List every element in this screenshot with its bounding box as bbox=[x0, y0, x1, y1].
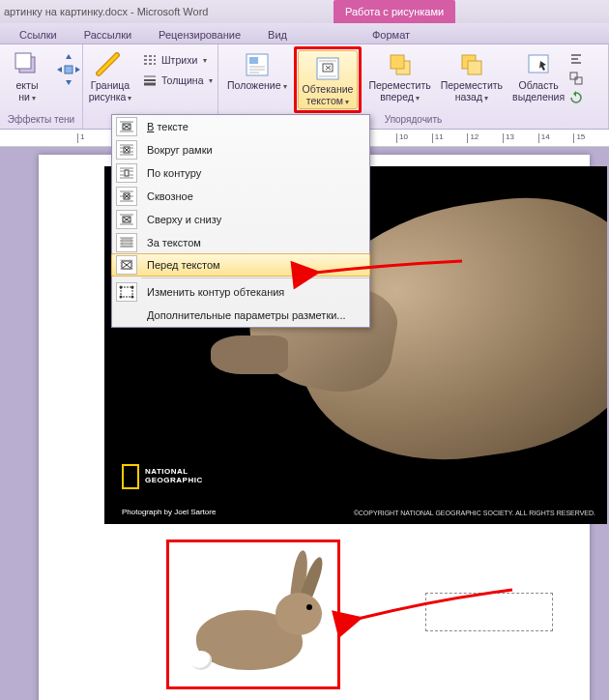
text-wrapping-menu: В В текстетексте Вокруг рамки По контуру… bbox=[111, 114, 370, 328]
photo-credit: Photograph by Joel Sartore bbox=[122, 508, 216, 516]
menu-wrap-behind[interactable]: За текстом bbox=[112, 231, 369, 254]
position-icon bbox=[242, 49, 273, 80]
bring-forward-button[interactable]: Переместить вперед bbox=[363, 46, 435, 105]
text-wrapping-icon bbox=[312, 53, 343, 84]
group-label-effects: Эффекты тени bbox=[4, 114, 78, 127]
align-icon[interactable] bbox=[569, 52, 583, 66]
svg-rect-4 bbox=[249, 57, 258, 64]
svg-point-24 bbox=[120, 296, 123, 299]
svg-rect-21 bbox=[121, 287, 132, 297]
wrap-through-icon bbox=[116, 187, 137, 206]
wrap-infront-icon bbox=[116, 255, 137, 275]
border-icon bbox=[95, 49, 126, 80]
shadow-effects-button[interactable]: екты ни bbox=[4, 46, 50, 105]
shadow-nudge-icon[interactable] bbox=[54, 50, 83, 93]
weight-icon bbox=[142, 73, 158, 88]
copyright-text: ©COPYRIGHT NATIONAL GEOGRAPHIC SOCIETY. … bbox=[354, 510, 595, 516]
svg-rect-13 bbox=[575, 77, 582, 84]
rotate-icon[interactable] bbox=[569, 91, 583, 104]
rabbit-image-highlighted[interactable] bbox=[166, 540, 340, 689]
send-backward-icon bbox=[456, 49, 487, 80]
menu-wrap-topbottom[interactable]: Сверху и снизу bbox=[112, 208, 369, 231]
wrap-square-icon bbox=[116, 140, 137, 160]
tab-mailings[interactable]: Рассылки bbox=[80, 26, 135, 44]
annotation-arrow-to-rabbit bbox=[348, 580, 522, 640]
svg-point-25 bbox=[131, 296, 134, 299]
dashes-icon bbox=[142, 52, 158, 68]
svg-rect-19 bbox=[122, 239, 131, 247]
svg-rect-16 bbox=[125, 170, 129, 176]
svg-rect-10 bbox=[468, 61, 481, 74]
tab-view[interactable]: Вид bbox=[264, 26, 291, 44]
natgeo-logo: NATIONALGEOGRAPHIC bbox=[122, 464, 203, 489]
ribbon-tabs: Ссылки Рассылки Рецензирование Вид Форма… bbox=[0, 23, 609, 44]
wrap-inline-icon bbox=[116, 117, 137, 136]
svg-rect-8 bbox=[391, 55, 404, 69]
selection-pane-button[interactable]: Область выделения bbox=[508, 46, 569, 105]
menu-more-layout[interactable]: Дополнительные параметры разметки... bbox=[112, 304, 369, 327]
tab-review[interactable]: Рецензирование bbox=[155, 26, 245, 44]
group-icon[interactable] bbox=[569, 72, 583, 85]
annotation-arrow-to-menu bbox=[307, 253, 472, 294]
edit-wrap-icon bbox=[116, 282, 137, 302]
svg-point-22 bbox=[120, 286, 123, 289]
menu-wrap-inline[interactable]: В В текстетексте bbox=[112, 115, 369, 138]
tab-format[interactable]: Формат bbox=[368, 26, 414, 44]
title-bar: артинку на картинку.docx - Microsoft Wor… bbox=[0, 0, 609, 23]
tab-references[interactable]: Ссылки bbox=[15, 26, 61, 44]
dashes-button[interactable]: Штрихи bbox=[137, 50, 218, 70]
menu-wrap-square[interactable]: Вокруг рамки bbox=[112, 138, 369, 161]
position-button[interactable]: Положение bbox=[222, 46, 292, 95]
svg-rect-1 bbox=[15, 53, 31, 69]
svg-rect-12 bbox=[570, 73, 577, 79]
wrap-tight-icon bbox=[116, 163, 137, 183]
rabbit-image bbox=[169, 542, 337, 686]
wrap-topbottom-icon bbox=[116, 210, 137, 229]
wrap-behind-icon bbox=[116, 233, 137, 252]
svg-point-23 bbox=[131, 286, 134, 289]
svg-rect-2 bbox=[65, 66, 72, 73]
picture-border-button[interactable]: Граница рисунка bbox=[87, 46, 133, 105]
window-title: артинку на картинку.docx - Microsoft Wor… bbox=[4, 6, 208, 17]
bring-forward-icon bbox=[385, 49, 416, 80]
text-wrapping-button[interactable]: Обтекание текстом bbox=[298, 50, 359, 109]
send-backward-button[interactable]: Переместить назад bbox=[436, 46, 508, 105]
shadow-effects-icon bbox=[12, 49, 43, 80]
menu-wrap-through[interactable]: Сквозное bbox=[112, 185, 369, 208]
menu-wrap-tight[interactable]: По контуру bbox=[112, 161, 369, 185]
selection-pane-icon bbox=[523, 49, 554, 80]
picture-tools-context-tab: Работа с рисунками bbox=[334, 0, 455, 23]
svg-rect-11 bbox=[529, 55, 548, 73]
weight-button[interactable]: Толщина bbox=[137, 71, 218, 90]
